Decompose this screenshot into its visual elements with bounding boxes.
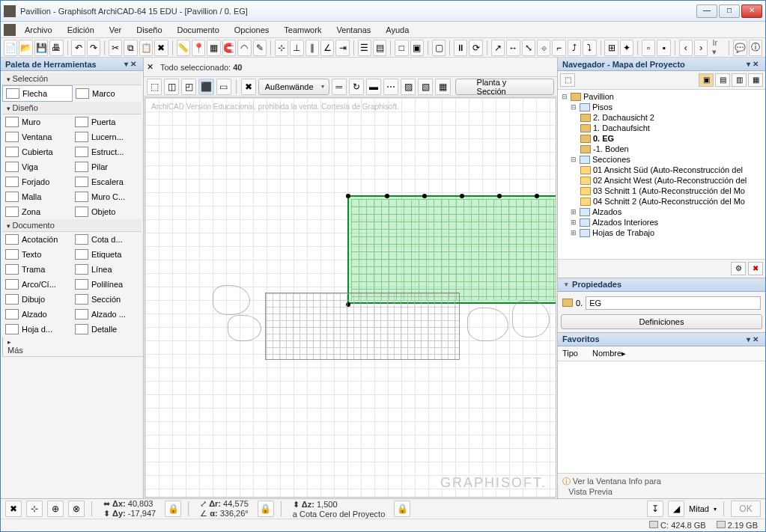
tool-trama[interactable]: Trama	[2, 262, 72, 277]
line2-icon[interactable]: ▬	[366, 79, 381, 95]
handle-icon[interactable]	[535, 194, 539, 198]
help-icon[interactable]: 💬	[733, 40, 747, 56]
fav-col-nombre[interactable]: Nombre	[592, 349, 621, 358]
nav-view-icon[interactable]: ▤	[715, 73, 730, 87]
tree-story[interactable]: 1. Dachaufsicht	[559, 123, 764, 133]
tool-pilar[interactable]: Pilar	[72, 159, 142, 174]
tree-section[interactable]: 01 Ansicht Süd (Auto-Reconstrucción del	[559, 165, 764, 175]
snap1-icon[interactable]: ⊹	[26, 501, 43, 517]
definitions-button[interactable]: Definiciones	[561, 314, 762, 329]
window-icon[interactable]: ⊞	[604, 40, 618, 56]
section-mas[interactable]: Más	[2, 337, 143, 357]
arrow-right-icon[interactable]: ›	[694, 40, 708, 56]
edit4-icon[interactable]: ⟐	[537, 40, 550, 56]
info-icon[interactable]: ⓘ	[749, 40, 762, 56]
tree-section[interactable]: 02 Ansicht West (Auto-Reconstrucción del	[559, 175, 764, 186]
tree-section[interactable]: 03 Schnitt 1 (Auto-Reconstrucción del Mo	[559, 186, 764, 196]
geo2-icon[interactable]: ◫	[164, 79, 179, 95]
undo-icon[interactable]: ↶	[71, 40, 85, 56]
tool-cotad[interactable]: Cota d...	[72, 232, 142, 247]
close-button[interactable]: ✕	[741, 4, 762, 18]
fav-menu-icon[interactable]: ▸	[621, 349, 626, 358]
cut-icon[interactable]: ✂	[109, 40, 122, 56]
tool-viga[interactable]: Viga	[2, 159, 72, 174]
menu-diseno[interactable]: Diseño	[130, 24, 168, 36]
handle-icon[interactable]	[497, 194, 502, 198]
snap2-icon[interactable]: ⊕	[47, 501, 64, 517]
tool-detalle[interactable]: Detalle	[72, 322, 142, 337]
tool-malla[interactable]: Malla	[2, 189, 72, 204]
menu-opciones[interactable]: Opciones	[228, 24, 275, 36]
view2-icon[interactable]: ▣	[410, 40, 424, 56]
delete-icon[interactable]: ✖	[154, 40, 168, 56]
tool-muro[interactable]: Muro	[2, 114, 72, 129]
open-icon[interactable]: 📂	[19, 40, 32, 56]
app-menu-icon[interactable]	[4, 24, 16, 36]
lock-polar-icon[interactable]: 🔒	[258, 501, 274, 517]
tree-section[interactable]: 04 Schnitt 2 (Auto-Reconstrucción del Mo	[559, 196, 764, 207]
snap3-icon[interactable]: ⊗	[68, 501, 85, 517]
tree-story-active[interactable]: 0. EG	[559, 133, 764, 144]
layer2-icon[interactable]: ▤	[373, 40, 386, 56]
navigator-tree[interactable]: ⊟Pavillion ⊟Pisos 2. Dachausicht 2 1. Da…	[558, 90, 765, 259]
refresh-icon[interactable]: ⟳	[469, 40, 482, 56]
tool-puerta[interactable]: Puerta	[72, 114, 142, 129]
explode-icon[interactable]: ✦	[620, 40, 633, 56]
tool-alzado2[interactable]: Alzado ...	[72, 307, 142, 322]
nav2-icon[interactable]: ▪	[657, 40, 670, 56]
nav-pub-icon[interactable]: ▦	[748, 73, 763, 87]
geo1-icon[interactable]: ⬚	[147, 79, 162, 95]
measure-icon[interactable]: 📏	[177, 40, 190, 56]
arrow-left-icon[interactable]: ‹	[679, 40, 693, 56]
arc-icon[interactable]: ◠	[237, 40, 251, 56]
plot-icon[interactable]: 🖶	[49, 40, 63, 56]
origin-icon[interactable]: ✖	[5, 501, 22, 517]
nav-close-icon[interactable]: ▾ ✕	[744, 60, 761, 68]
geo5-icon[interactable]: ▭	[216, 79, 231, 95]
tree-alzados-int[interactable]: ⊞Alzados Interiores	[559, 217, 764, 227]
nav-layout-icon[interactable]: ▥	[732, 73, 747, 87]
line1-icon[interactable]: ═	[332, 79, 347, 95]
refresh2-icon[interactable]: ↻	[349, 79, 364, 95]
scale-label[interactable]: Mitad	[689, 504, 709, 513]
scale-icon[interactable]: ◢	[668, 501, 684, 517]
redo-icon[interactable]: ↷	[87, 40, 100, 56]
edit5-icon[interactable]: ⌐	[552, 40, 565, 56]
perp-icon[interactable]: ⊥	[290, 40, 303, 56]
tool-lucern[interactable]: Lucern...	[72, 129, 142, 144]
tool-muroc[interactable]: Muro C...	[72, 189, 142, 204]
marker-icon[interactable]: 📍	[192, 40, 205, 56]
menu-ver[interactable]: Ver	[103, 24, 128, 36]
magnet-icon[interactable]: 🧲	[222, 40, 236, 56]
tool-hoja[interactable]: Hoja d...	[2, 322, 72, 337]
fav-col-tipo[interactable]: Tipo	[562, 349, 592, 358]
favorites-list[interactable]	[558, 361, 765, 474]
menu-documento[interactable]: Documento	[171, 24, 225, 36]
copy-icon[interactable]: ⧉	[124, 40, 137, 56]
tool-acotacion[interactable]: Acotación	[2, 232, 72, 247]
section-diseno[interactable]: Diseño	[2, 102, 142, 114]
tool-forjado[interactable]: Forjado	[2, 174, 72, 189]
geo4-icon[interactable]: ⬛	[198, 79, 213, 95]
suspend-icon[interactable]: ⏸	[454, 40, 467, 56]
gravity-icon[interactable]: ↧	[647, 501, 663, 517]
handle-icon[interactable]	[346, 194, 350, 198]
tool-etiqueta[interactable]: Etiqueta	[72, 247, 142, 262]
menu-teamwork[interactable]: Teamwork	[278, 24, 327, 36]
edit7-icon[interactable]: ⤵	[583, 40, 596, 56]
maximize-button[interactable]: □	[719, 4, 740, 18]
tool-ventana[interactable]: Ventana	[2, 129, 72, 144]
pen-icon[interactable]: ✎	[253, 40, 267, 56]
tool-escalera[interactable]: Escalera	[72, 174, 142, 189]
tool-arco[interactable]: Arco/Cí...	[2, 277, 72, 292]
drawing-canvas[interactable]: ArchiCAD Versión Educacional, prohibida …	[145, 97, 556, 498]
suspend2-icon[interactable]: ✖	[241, 79, 256, 95]
section-seleccion[interactable]: Selección	[2, 73, 142, 85]
tool-seccion[interactable]: Sección	[72, 292, 142, 307]
lock-xy-icon[interactable]: 🔒	[165, 501, 181, 517]
fav-close-icon[interactable]: ▾ ✕	[744, 335, 761, 343]
nav-proj-icon[interactable]: ▣	[699, 73, 714, 87]
tool-linea[interactable]: Línea	[72, 262, 142, 277]
offset-icon[interactable]: ⇥	[335, 40, 349, 56]
lock-z-icon[interactable]: 🔒	[394, 501, 410, 517]
